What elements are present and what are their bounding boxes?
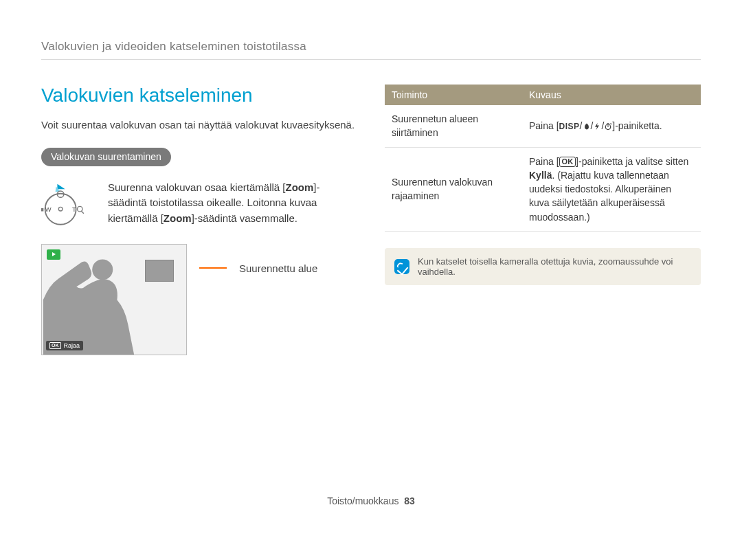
- zoom-area-label: Suurennettu alue: [239, 262, 317, 274]
- desc-text: Paina [: [529, 156, 559, 167]
- macro-icon: [583, 122, 591, 131]
- page-footer: Toisto/muokkaus 83: [0, 495, 742, 506]
- table-header-func: Toiminto: [385, 85, 522, 105]
- desc-cell: Paina [OK]-painiketta ja valitse sitten …: [522, 147, 701, 231]
- function-table: Toiminto Kuvaus Suurennetun alueen siirt…: [385, 85, 701, 232]
- zoom-desc-bold: Zoom: [164, 212, 192, 224]
- zoom-description: Suurenna valokuvan osaa kiertämällä [Zoo…: [108, 180, 357, 227]
- table-header-desc: Kuvaus: [522, 85, 701, 105]
- info-icon: [394, 259, 409, 274]
- desc-cell: Paina [DISP///]-painiketta.: [522, 105, 701, 147]
- note-box: Kun katselet toisella kameralla otettuja…: [385, 248, 701, 285]
- zoom-desc-bold: Zoom: [286, 181, 314, 193]
- func-cell: Suurennetun alueen siirtäminen: [385, 105, 522, 147]
- desc-bold: Kyllä: [529, 170, 552, 181]
- crop-tag: OK Rajaa: [46, 341, 83, 350]
- lead-text: Voit suurentaa valokuvan osan tai näyttä…: [41, 117, 357, 133]
- svg-text:■: ■: [41, 206, 44, 213]
- table-row: Suurennetun alueen siirtäminen Paina [DI…: [385, 105, 701, 147]
- crop-tag-label: Rajaa: [64, 342, 80, 349]
- desc-text: ]-painiketta ja valitse sitten: [576, 156, 688, 167]
- zoom-desc-part: Suurenna valokuvan osaa kiertämällä [: [108, 181, 286, 193]
- svg-point-4: [58, 207, 63, 211]
- leader-line: [199, 267, 227, 269]
- zoom-desc-part: ]-säädintä vasemmalle.: [192, 212, 297, 224]
- disp-icon: DISP: [559, 121, 580, 133]
- desc-text: ]-painiketta.: [612, 120, 662, 131]
- svg-point-8: [92, 259, 113, 280]
- zoom-dial-illustration: ■ W T: [41, 180, 93, 232]
- zoom-area-box: [145, 260, 174, 282]
- table-row: Suurennetun valokuvan rajaaminen Paina […: [385, 147, 701, 231]
- timer-icon: [604, 122, 612, 131]
- svg-line-7: [81, 211, 84, 214]
- ok-icon: OK: [559, 157, 576, 167]
- ok-mini-badge: OK: [49, 342, 61, 349]
- preview-thumbnail: OK Rajaa: [41, 244, 187, 355]
- page-title: Valokuvien katseleminen: [41, 85, 357, 107]
- desc-text: Paina [: [529, 120, 559, 131]
- footer-section: Toisto/muokkaus: [327, 495, 398, 506]
- note-text: Kun katselet toisella kameralla otettuja…: [418, 256, 691, 277]
- svg-text:W: W: [45, 206, 52, 213]
- page-number: 83: [404, 495, 415, 506]
- flash-icon: [593, 122, 601, 131]
- subsection-pill: Valokuvan suurentaminen: [41, 148, 171, 166]
- svg-text:T: T: [72, 206, 76, 213]
- breadcrumb: Valokuvien ja videoiden katseleminen toi…: [41, 40, 701, 60]
- func-cell: Suurennetun valokuvan rajaaminen: [385, 147, 522, 231]
